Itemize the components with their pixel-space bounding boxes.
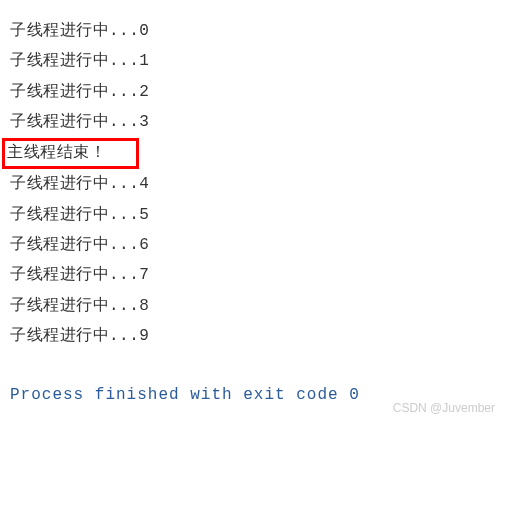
child-thread-line: 子线程进行中...1 [10,46,495,76]
child-thread-line: 子线程进行中...0 [10,16,495,46]
child-thread-line: 子线程进行中...5 [10,200,495,230]
child-thread-line: 子线程进行中...4 [10,169,495,199]
child-thread-line: 子线程进行中...3 [10,107,495,137]
main-thread-end-line: 主线程结束！ [10,138,495,170]
child-thread-line: 子线程进行中...9 [10,321,495,351]
highlight-box: 主线程结束！ [2,138,139,170]
child-thread-line: 子线程进行中...8 [10,291,495,321]
child-thread-line: 子线程进行中...7 [10,260,495,290]
child-thread-line: 子线程进行中...2 [10,77,495,107]
blank-spacer [10,352,495,380]
console-output: 子线程进行中...0子线程进行中...1子线程进行中...2子线程进行中...3… [10,16,495,352]
watermark: CSDN @Juvember [393,397,495,420]
child-thread-line: 子线程进行中...6 [10,230,495,260]
